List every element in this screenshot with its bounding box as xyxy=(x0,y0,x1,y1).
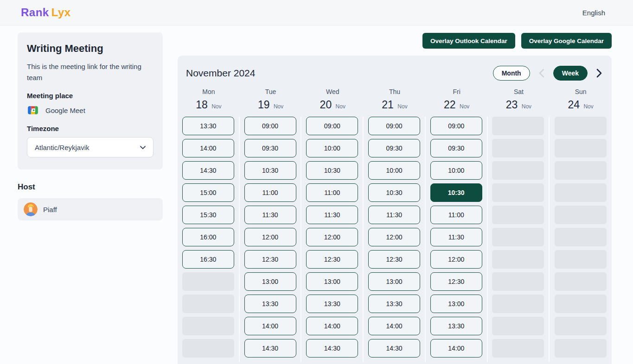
time-slot[interactable]: 12:30 xyxy=(306,250,358,269)
time-slot[interactable]: 12:00 xyxy=(244,228,296,246)
meeting-place-label: Meeting place xyxy=(27,92,153,100)
time-slot-unavailable xyxy=(555,250,607,269)
day-number: 21 Nov xyxy=(364,99,426,111)
time-slot-unavailable xyxy=(492,228,544,246)
day-header: Wed20 Nov xyxy=(301,88,364,111)
time-slot-selected[interactable]: 10:30 xyxy=(430,183,482,202)
meeting-info-card: Writing Meeting This is the meeting link… xyxy=(18,32,163,169)
day-header: Tue19 Nov xyxy=(240,88,302,111)
time-slot[interactable]: 13:30 xyxy=(182,117,234,135)
day-month-label: Nov xyxy=(460,103,469,110)
time-slot-unavailable xyxy=(555,206,607,224)
time-slot[interactable]: 12:00 xyxy=(306,228,358,246)
time-slot[interactable]: 11:30 xyxy=(368,206,420,224)
language-selector[interactable]: English xyxy=(582,9,605,17)
time-slot-unavailable xyxy=(492,206,544,224)
time-slot-unavailable xyxy=(555,339,607,358)
time-slot[interactable]: 11:00 xyxy=(306,183,358,202)
calendar-panel: November 2024 Month Week Mon18 NovTue19 … xyxy=(178,56,612,364)
time-slot[interactable]: 10:00 xyxy=(368,161,420,180)
time-slot[interactable]: 09:30 xyxy=(244,139,296,157)
weekday-label: Sat xyxy=(488,88,550,95)
calendar-view-controls: Month Week xyxy=(493,66,603,81)
weekday-label: Sun xyxy=(550,88,612,95)
time-slot[interactable]: 14:00 xyxy=(244,317,296,335)
overlay-outlook-button[interactable]: Overlay Outlook Calendar xyxy=(422,33,515,49)
time-slot-unavailable xyxy=(492,139,544,157)
day-header: Sun24 Nov xyxy=(550,88,612,111)
time-slot-unavailable xyxy=(555,161,607,180)
time-slot[interactable]: 10:00 xyxy=(306,139,358,157)
time-slot[interactable]: 13:30 xyxy=(306,295,358,313)
overlay-google-button[interactable]: Overlay Google Calendar xyxy=(521,33,612,49)
time-slot[interactable]: 09:30 xyxy=(430,139,482,157)
time-slot[interactable]: 10:30 xyxy=(244,161,296,180)
time-slot[interactable]: 11:30 xyxy=(244,206,296,224)
time-slot[interactable]: 09:30 xyxy=(368,139,420,157)
time-slot[interactable]: 14:00 xyxy=(368,317,420,335)
month-view-button[interactable]: Month xyxy=(493,66,530,81)
time-slot[interactable]: 12:00 xyxy=(368,228,420,246)
timezone-label: Timezone xyxy=(27,125,153,132)
day-number: 20 Nov xyxy=(301,99,364,111)
time-slot[interactable]: 10:30 xyxy=(306,161,358,180)
time-slot-unavailable xyxy=(182,295,234,313)
weekday-label: Tue xyxy=(240,88,302,95)
time-slot[interactable]: 12:30 xyxy=(430,272,482,291)
time-slot[interactable]: 11:30 xyxy=(430,228,482,246)
day-number-value: 20 xyxy=(320,99,332,111)
time-slot-unavailable xyxy=(555,317,607,335)
day-month-label: Nov xyxy=(397,103,407,110)
prev-week-icon[interactable] xyxy=(537,67,546,79)
time-slot[interactable]: 13:30 xyxy=(244,295,296,313)
time-slot[interactable]: 14:30 xyxy=(182,161,234,180)
week-view-button[interactable]: Week xyxy=(553,66,588,81)
app-logo[interactable]: RankLyx xyxy=(21,6,71,19)
time-slot-unavailable xyxy=(492,339,544,358)
time-slot[interactable]: 13:30 xyxy=(368,295,420,313)
time-slot-unavailable xyxy=(492,317,544,335)
meeting-description: This is the meeting link for the writing… xyxy=(27,61,153,83)
time-slot[interactable]: 12:30 xyxy=(244,250,296,269)
time-slot[interactable]: 13:00 xyxy=(306,272,358,291)
time-slot[interactable]: 12:30 xyxy=(368,250,420,269)
time-slot[interactable]: 11:00 xyxy=(244,183,296,202)
time-slot[interactable]: 14:00 xyxy=(430,339,482,358)
time-slot[interactable]: 11:30 xyxy=(306,206,358,224)
time-slot[interactable]: 16:30 xyxy=(182,250,234,269)
day-column: 13:3014:0014:3015:0015:3016:0016:30 xyxy=(178,117,240,362)
meeting-place-row: Google Meet xyxy=(27,104,153,116)
time-slot[interactable]: 13:30 xyxy=(430,317,482,335)
day-month-label: Nov xyxy=(522,103,531,110)
logo-part-2: Lyx xyxy=(51,6,71,19)
timezone-select[interactable]: Atlantic/Reykjavik xyxy=(27,137,153,157)
time-slot[interactable]: 11:00 xyxy=(430,206,482,224)
time-slot[interactable]: 16:00 xyxy=(182,228,234,246)
time-slot[interactable]: 14:30 xyxy=(244,339,296,358)
time-slot[interactable]: 09:00 xyxy=(306,117,358,135)
time-slot[interactable]: 09:00 xyxy=(368,117,420,135)
time-slot[interactable]: 12:00 xyxy=(430,250,482,269)
chevron-down-icon xyxy=(139,144,147,151)
time-slot[interactable]: 14:00 xyxy=(182,139,234,157)
time-slot[interactable]: 15:30 xyxy=(182,206,234,224)
time-slot[interactable]: 15:00 xyxy=(182,183,234,202)
day-number-value: 22 xyxy=(444,99,456,111)
calendar-month-title: November 2024 xyxy=(186,68,255,79)
time-slot-unavailable xyxy=(555,295,607,313)
time-slot[interactable]: 13:00 xyxy=(244,272,296,291)
time-slot[interactable]: 09:00 xyxy=(430,117,482,135)
time-slot[interactable]: 14:30 xyxy=(306,339,358,358)
time-slot[interactable]: 14:30 xyxy=(368,339,420,358)
day-number: 24 Nov xyxy=(550,99,612,111)
time-slot[interactable]: 13:00 xyxy=(430,295,482,313)
time-slot[interactable]: 14:00 xyxy=(306,317,358,335)
host-avatar xyxy=(24,202,38,216)
day-month-label: Nov xyxy=(211,103,221,110)
time-slot[interactable]: 13:00 xyxy=(368,272,420,291)
time-slot[interactable]: 09:00 xyxy=(244,117,296,135)
meeting-place-value: Google Meet xyxy=(45,107,85,114)
next-week-icon[interactable] xyxy=(595,67,603,79)
time-slot[interactable]: 10:30 xyxy=(368,183,420,202)
time-slot[interactable]: 10:00 xyxy=(430,161,482,180)
